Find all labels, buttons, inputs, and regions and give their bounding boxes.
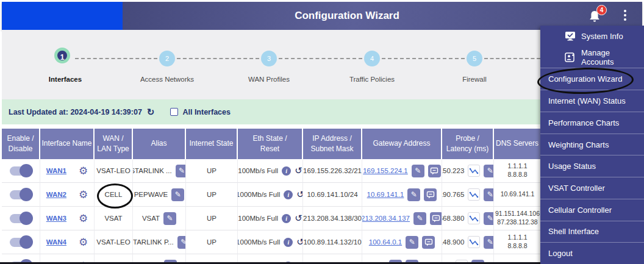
ip-value: 100.89.114.132/10 — [303, 238, 361, 246]
enable-toggle[interactable] — [10, 238, 32, 247]
comment-button[interactable] — [428, 165, 441, 177]
refresh-icon[interactable]: ↻ — [147, 107, 155, 118]
menu-item-manage-accounts[interactable]: Manage Accounts — [540, 47, 644, 68]
edit-pencil-button[interactable]: ✎ — [407, 188, 420, 201]
latency-chart-button[interactable] — [468, 165, 480, 177]
edit-pencil-button[interactable]: ✎ — [406, 236, 418, 249]
pencil-icon: ✎ — [415, 167, 421, 174]
ip-value: 213.208.34.138/30 — [303, 215, 362, 222]
notification-bell-button[interactable]: 4 — [585, 6, 606, 27]
cell-eth-state: 1000Mb/s Fulli↺ — [238, 183, 303, 207]
reset-icon[interactable]: ↺ — [295, 213, 302, 224]
cell-enable — [2, 159, 40, 183]
edit-pencil-button[interactable]: ✎ — [413, 212, 426, 225]
comment-button[interactable] — [430, 212, 442, 225]
step-circle-interfaces[interactable]: 1 — [54, 48, 70, 63]
gateway-link[interactable]: 169.155.224.1 — [363, 167, 408, 174]
edit-pencil-button[interactable]: ✎ — [484, 188, 494, 201]
latency-value: 148.900 — [442, 238, 464, 246]
step-circle-firewall[interactable]: 5 — [467, 51, 482, 66]
menu-item-internet-wan-status[interactable]: Internet (WAN) Status — [540, 90, 644, 112]
menu-item-weighting-charts[interactable]: Weighting Charts — [540, 134, 644, 155]
comment-button[interactable] — [422, 236, 435, 249]
enable-toggle[interactable] — [10, 166, 32, 176]
menu-item-label: Manage Accounts — [581, 48, 644, 66]
interface-link[interactable]: WAN4 — [46, 238, 66, 246]
menu-item-usage-status[interactable]: Usage Status — [540, 155, 644, 177]
interface-link[interactable]: WAN2 — [46, 191, 66, 198]
step-label: Traffic Policies — [349, 76, 395, 83]
cell-internet-state: UP — [186, 207, 238, 230]
step-circle-access-networks[interactable]: 2 — [159, 51, 175, 66]
cell-alias: STARLINK ...✎ — [133, 159, 186, 183]
toggle-knob — [20, 164, 33, 177]
edit-pencil-button[interactable]: ✎ — [412, 165, 424, 177]
gear-icon[interactable]: ⚙ — [79, 166, 88, 176]
cell-ip-address: 169.155.226.32/21 — [303, 159, 362, 183]
dns-values: 1.1.1.18.8.8.8 — [507, 234, 527, 250]
menu-item-configuration-wizard[interactable]: Configuration Wizard — [540, 68, 644, 90]
reset-icon[interactable]: ↺ — [295, 165, 302, 176]
info-icon[interactable]: i — [282, 214, 291, 223]
cell-probe-latency: 190.765✎ — [442, 183, 494, 207]
menu-item-label: Cellular Controller — [548, 205, 612, 215]
column-header: Interface Name — [40, 129, 95, 159]
reset-icon[interactable]: ↺ — [296, 189, 303, 200]
interface-link[interactable]: WAN3 — [46, 215, 66, 222]
menu-item-vsat-controller[interactable]: VSAT Controller — [540, 177, 644, 199]
line-chart-icon — [469, 237, 479, 247]
kebab-menu-icon[interactable] — [620, 8, 630, 25]
info-icon[interactable]: i — [284, 238, 293, 247]
enable-toggle[interactable] — [10, 190, 32, 199]
info-icon[interactable]: i — [282, 166, 291, 176]
stepper-connector — [75, 58, 157, 59]
gateway-link[interactable]: 100.64.0.1 — [369, 238, 402, 246]
ip-value: 169.155.226.32/21 — [303, 167, 362, 174]
step-circle-traffic-policies[interactable]: 4 — [364, 51, 380, 66]
all-interfaces-checkbox[interactable] — [170, 108, 178, 116]
edit-pencil-button[interactable]: ✎ — [484, 236, 494, 249]
dns-values: 1.1.1.18.8.8.8 — [507, 162, 527, 179]
step-circle-wan-profiles[interactable]: 3 — [261, 51, 277, 66]
edit-pencil-button[interactable]: ✎ — [177, 236, 186, 249]
menu-item-logout[interactable]: Logout — [540, 242, 644, 264]
eth-state-value: 1000Mb/s Full — [238, 238, 280, 246]
edit-pencil-button[interactable]: ✎ — [484, 165, 494, 177]
gateway-link[interactable]: 10.69.141.1 — [367, 191, 404, 198]
type-value: VSAT-LEO — [96, 238, 130, 246]
menu-item-shell-interface[interactable]: Shell Interface — [540, 221, 644, 243]
edit-pencil-button[interactable]: ✎ — [484, 212, 494, 225]
system-info-icon — [565, 31, 576, 41]
cell-internet-state: UP — [186, 159, 238, 183]
eth-state-value: 100Mb/s Full — [238, 215, 278, 222]
enable-toggle[interactable] — [10, 214, 32, 223]
menu-item-system-info[interactable]: System Info — [540, 26, 644, 47]
pencil-icon: ✎ — [181, 238, 186, 246]
latency-chart-button[interactable] — [468, 188, 480, 201]
menu-item-performance-charts[interactable]: Performance Charts — [540, 112, 644, 134]
column-header: Enable / Disable — [2, 129, 40, 159]
menu-item-cellular-controller[interactable]: Cellular Controller — [540, 199, 644, 221]
comment-button[interactable] — [424, 188, 437, 201]
internet-state-value: UP — [207, 238, 216, 246]
reset-icon[interactable]: ↺ — [296, 237, 303, 248]
edit-pencil-button[interactable]: ✎ — [176, 165, 186, 177]
latency-value: 190.765 — [442, 191, 464, 198]
column-header: WAN / LAN Type — [95, 129, 133, 159]
gateway-link[interactable]: 213.208.34.137 — [362, 215, 410, 222]
latency-chart-button[interactable] — [468, 236, 480, 248]
edit-pencil-button[interactable]: ✎ — [163, 212, 176, 225]
gear-icon[interactable]: ⚙ — [79, 237, 88, 248]
stepper-connector — [177, 58, 259, 59]
cell-probe-latency: 668.380✎ — [442, 207, 494, 230]
edit-pencil-button[interactable]: ✎ — [171, 188, 184, 201]
cell-wan-lan-type: CELL — [95, 183, 133, 207]
info-icon[interactable]: i — [284, 190, 293, 199]
cell-interface-name: WAN4⚙ — [40, 230, 95, 254]
latency-chart-button[interactable] — [468, 212, 480, 224]
line-chart-icon — [469, 166, 479, 176]
interface-link[interactable]: WAN1 — [46, 167, 66, 174]
gear-icon[interactable]: ⚙ — [79, 190, 88, 200]
comment-icon — [426, 190, 435, 199]
gear-icon[interactable]: ⚙ — [79, 213, 88, 224]
